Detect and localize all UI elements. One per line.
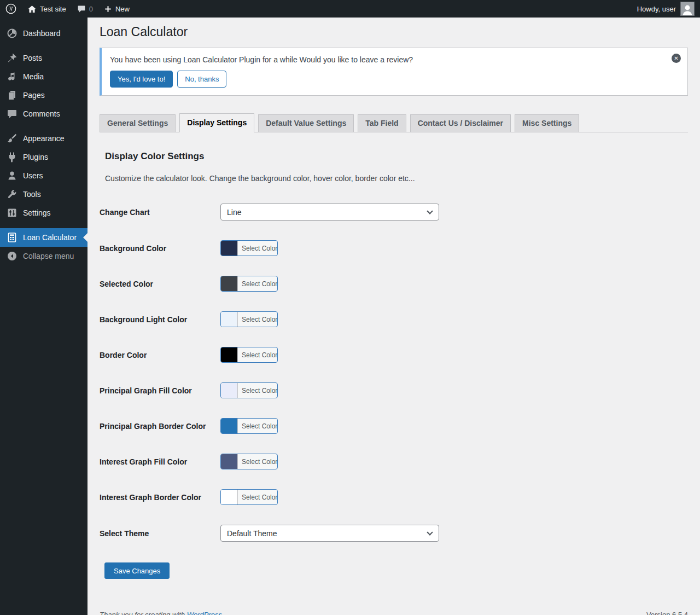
sidebar-item-media[interactable]: Media: [0, 67, 88, 86]
tab-tab-field[interactable]: Tab Field: [358, 114, 406, 132]
color-swatch: [221, 383, 238, 398]
admin-sidebar: Dashboard Posts Media Pages Comments App…: [0, 18, 88, 615]
border-color-label: Border Color: [100, 351, 220, 359]
tab-misc-settings[interactable]: Misc Settings: [515, 114, 579, 132]
change-chart-row: Change Chart Line: [100, 204, 688, 221]
account-menu[interactable]: Howdy, user: [632, 0, 700, 18]
sidebar-item-pages[interactable]: Pages: [0, 86, 88, 105]
sidebar-item-label: Tools: [23, 190, 41, 199]
howdy-text: Howdy, user: [637, 5, 676, 13]
wordpress-logo-icon: [5, 3, 16, 14]
principal-graph-border-color-label: Principal Graph Border Color: [100, 422, 220, 431]
border-color-row: Border Color Select Color: [100, 347, 688, 363]
sidebar-item-label: Posts: [23, 54, 42, 62]
collapse-arrow-icon: [7, 251, 18, 262]
color-swatch: [221, 347, 238, 362]
select-color-label: Select Color: [238, 241, 278, 256]
sidebar-item-loan-calculator[interactable]: Loan Calculator: [0, 228, 88, 247]
background-light-color-picker-button[interactable]: Select Color: [220, 311, 278, 327]
sidebar-item-label: Dashboard: [23, 29, 61, 38]
tab-display-settings[interactable]: Display Settings: [179, 113, 254, 132]
save-changes-button[interactable]: Save Changes: [104, 562, 170, 579]
media-icon: [7, 71, 18, 82]
new-label: New: [115, 5, 130, 13]
background-color-label: Background Color: [100, 244, 220, 253]
sidebar-item-label: Appearance: [23, 134, 65, 143]
review-notice: You have been using Loan Calculator Plug…: [100, 48, 688, 96]
footer-thanks-period: .: [222, 611, 224, 615]
select-color-label: Select Color: [238, 454, 278, 469]
review-yes-button[interactable]: Yes, I'd love to!: [110, 71, 173, 88]
user-icon: [7, 170, 18, 181]
site-name: Test site: [40, 5, 66, 13]
dashboard-icon: [7, 28, 18, 39]
sidebar-item-label: Users: [23, 171, 43, 180]
notice-dismiss-icon[interactable]: ✕: [672, 54, 681, 63]
background-color-picker-button[interactable]: Select Color: [220, 240, 278, 256]
comments-bubble[interactable]: 0: [72, 0, 98, 18]
color-swatch: [221, 490, 238, 504]
footer: Thank you for creating with WordPress. V…: [100, 579, 688, 615]
tab-default-value-settings[interactable]: Default Value Settings: [258, 114, 354, 132]
select-color-label: Select Color: [238, 312, 278, 327]
display-settings-form: Change Chart Line Background Color Selec…: [100, 204, 688, 579]
interest-graph-fill-color-label: Interest Graph Fill Color: [100, 457, 220, 466]
sidebar-item-users[interactable]: Users: [0, 166, 88, 185]
person-icon: [681, 3, 694, 15]
new-menu[interactable]: New: [98, 0, 135, 18]
wordpress-logo[interactable]: [0, 0, 22, 18]
tab-contact-us-disclaimer[interactable]: Contact Us / Disclaimer: [410, 114, 511, 132]
select-color-label: Select Color: [238, 419, 278, 433]
footer-version: Version 6.5.4: [646, 611, 688, 615]
sidebar-item-tools[interactable]: Tools: [0, 185, 88, 204]
comments-count: 0: [89, 5, 93, 13]
select-color-label: Select Color: [238, 490, 278, 504]
color-swatch: [221, 419, 238, 433]
wrench-icon: [7, 189, 18, 200]
brush-icon: [7, 133, 18, 144]
sidebar-item-comments[interactable]: Comments: [0, 105, 88, 123]
select-color-label: Select Color: [238, 276, 278, 291]
change-chart-select[interactable]: Line: [220, 204, 439, 221]
sidebar-item-dashboard[interactable]: Dashboard: [0, 24, 88, 43]
notice-message: You have been using Loan Calculator Plug…: [110, 55, 666, 66]
tab-general-settings[interactable]: General Settings: [100, 114, 176, 132]
sidebar-item-label: Plugins: [23, 153, 48, 161]
plug-icon: [7, 152, 18, 163]
pin-icon: [7, 53, 18, 63]
settings-icon: [7, 207, 18, 218]
change-chart-label: Change Chart: [100, 208, 220, 217]
interest-graph-border-color-label: Interest Graph Border Color: [100, 493, 220, 502]
selected-color-row: Selected Color Select Color: [100, 276, 688, 292]
site-menu[interactable]: Test site: [22, 0, 72, 18]
sidebar-item-appearance[interactable]: Appearance: [0, 129, 88, 148]
sidebar-item-label: Loan Calculator: [23, 233, 77, 242]
background-light-color-label: Background Light Color: [100, 315, 220, 324]
color-swatch: [221, 312, 238, 327]
review-no-button[interactable]: No, thanks: [177, 71, 226, 88]
border-color-picker-button[interactable]: Select Color: [220, 347, 278, 363]
sidebar-item-posts[interactable]: Posts: [0, 49, 88, 67]
principal-graph-border-color-picker-button[interactable]: Select Color: [220, 418, 278, 434]
section-heading: Display Color Settings: [105, 151, 688, 162]
page-title: Loan Calculator: [100, 18, 688, 43]
sidebar-item-label: Pages: [23, 91, 45, 100]
background-light-color-row: Background Light Color Select Color: [100, 311, 688, 327]
select-theme-select[interactable]: Default Theme: [220, 525, 439, 542]
collapse-menu-button[interactable]: Collapse menu: [0, 247, 88, 265]
interest-graph-border-color-picker-button[interactable]: Select Color: [220, 489, 278, 505]
select-theme-label: Select Theme: [100, 529, 220, 538]
wordpress-link[interactable]: WordPress: [187, 611, 222, 615]
select-color-label: Select Color: [238, 347, 278, 362]
selected-color-picker-button[interactable]: Select Color: [220, 276, 278, 292]
interest-graph-fill-color-picker-button[interactable]: Select Color: [220, 454, 278, 469]
avatar: [680, 2, 695, 16]
principal-graph-fill-color-picker-button[interactable]: Select Color: [220, 382, 278, 398]
home-icon: [27, 4, 37, 14]
color-swatch: [221, 241, 238, 256]
sidebar-item-settings[interactable]: Settings: [0, 204, 88, 222]
principal-graph-fill-color-row: Principal Graph Fill Color Select Color: [100, 382, 688, 398]
selected-color-label: Selected Color: [100, 280, 220, 288]
sidebar-item-plugins[interactable]: Plugins: [0, 148, 88, 166]
sidebar-item-label: Media: [23, 72, 44, 81]
